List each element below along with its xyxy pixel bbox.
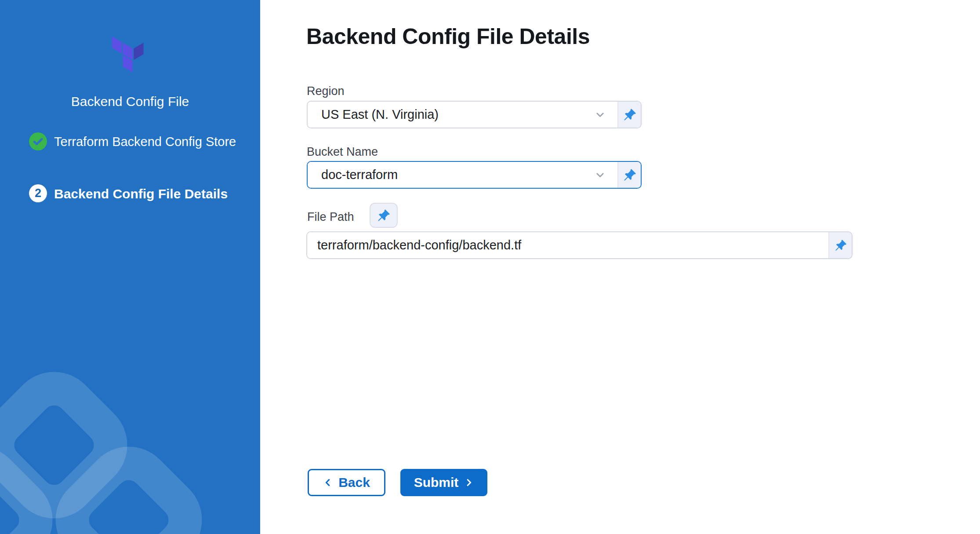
step-number-badge: 2 <box>29 184 47 202</box>
page-title: Backend Config File Details <box>306 24 590 49</box>
wizard-sidebar: Backend Config File Terraform Backend Co… <box>0 0 260 534</box>
file-path-pin-button[interactable] <box>370 203 398 228</box>
region-label: Region <box>307 84 345 98</box>
bucket-name-label: Bucket Name <box>307 145 378 159</box>
file-path-input-group <box>306 231 853 259</box>
submit-button[interactable]: Submit <box>400 469 487 496</box>
bucket-name-select[interactable]: doc-terraform <box>308 162 617 188</box>
region-select-group: US East (N. Virginia) <box>307 101 642 128</box>
region-select[interactable]: US East (N. Virginia) <box>308 102 617 128</box>
pin-icon <box>623 108 636 121</box>
pin-icon <box>835 239 847 252</box>
file-path-input[interactable] <box>307 232 828 258</box>
bucket-name-pin-button[interactable] <box>617 162 641 188</box>
chevron-right-icon <box>464 478 474 487</box>
bucket-name-selected-value: doc-terraform <box>321 168 594 182</box>
pin-icon <box>623 168 636 182</box>
submit-button-label: Submit <box>414 475 459 490</box>
form-actions: Back Submit <box>308 469 487 496</box>
bucket-name-select-group: doc-terraform <box>307 161 642 189</box>
region-selected-value: US East (N. Virginia) <box>321 107 594 122</box>
file-path-input-pin-button[interactable] <box>828 232 852 258</box>
check-circle-icon <box>29 132 47 150</box>
form-panel: Backend Config File Details Region US Ea… <box>260 0 980 534</box>
terraform-watermark-pattern <box>0 358 260 534</box>
file-path-label: File Path <box>307 210 354 224</box>
terraform-logo <box>109 32 148 77</box>
back-button[interactable]: Back <box>308 469 385 496</box>
wizard-title: Backend Config File <box>0 94 260 109</box>
region-pin-button[interactable] <box>617 102 641 128</box>
pin-icon <box>377 209 390 222</box>
chevron-down-icon <box>594 109 606 121</box>
chevron-left-icon <box>323 478 333 487</box>
back-button-label: Back <box>338 475 370 490</box>
wizard-step-2-label: Backend Config File Details <box>54 186 228 202</box>
chevron-down-icon <box>594 169 606 181</box>
wizard-step-1-label: Terraform Backend Config Store <box>54 133 250 150</box>
app-window: Backend Config File Terraform Backend Co… <box>0 0 980 534</box>
